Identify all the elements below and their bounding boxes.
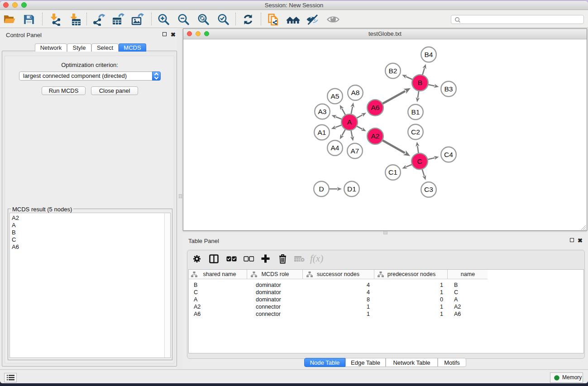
- svg-text:D1: D1: [347, 185, 356, 193]
- svg-text:A7: A7: [351, 147, 359, 155]
- svg-text:B3: B3: [445, 85, 453, 93]
- svg-text:A8: A8: [351, 89, 360, 96]
- svg-text:C2: C2: [411, 128, 420, 136]
- svg-text:B1: B1: [411, 108, 420, 116]
- svg-text:B4: B4: [425, 51, 433, 58]
- svg-text:A3: A3: [318, 108, 327, 115]
- svg-text:C: C: [417, 157, 422, 165]
- svg-text:A2: A2: [371, 132, 380, 140]
- svg-text:C3: C3: [424, 186, 433, 193]
- svg-text:C4: C4: [444, 151, 453, 158]
- svg-text:A6: A6: [371, 104, 380, 111]
- svg-text:C1: C1: [388, 168, 397, 176]
- svg-text:A4: A4: [331, 144, 339, 152]
- svg-text:B: B: [418, 79, 422, 86]
- svg-text:D: D: [319, 185, 324, 193]
- svg-text:A5: A5: [331, 92, 339, 100]
- svg-text:B2: B2: [389, 67, 397, 75]
- svg-text:A: A: [347, 118, 352, 126]
- svg-text:A1: A1: [318, 129, 326, 136]
